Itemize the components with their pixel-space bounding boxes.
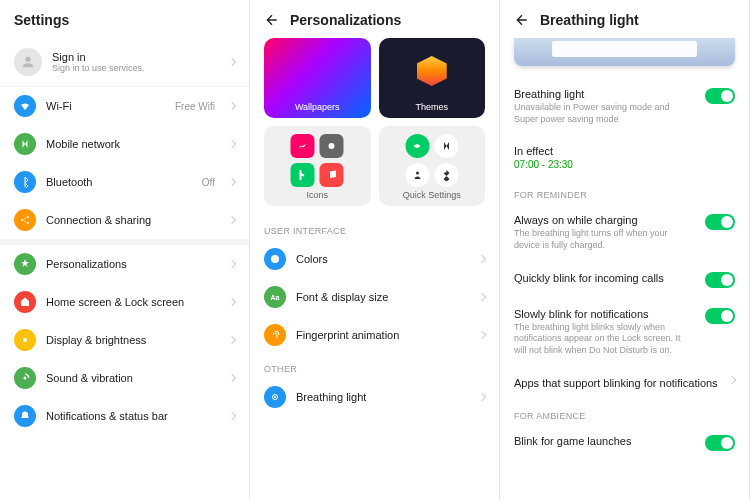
row-sound-vibration[interactable]: Sound & vibration: [0, 359, 249, 397]
font-icon: Aa: [264, 286, 286, 308]
settings-panel: Settings Sign in Sign in to use services…: [0, 0, 250, 500]
chevron-right-icon: [228, 374, 236, 382]
chevron-right-icon: [478, 331, 486, 339]
wallpapers-tile[interactable]: Wallpapers: [264, 38, 371, 118]
mobile-icon: [14, 133, 36, 155]
chevron-right-icon: [228, 140, 236, 148]
row-label: Mobile network: [46, 138, 219, 150]
icons-tile[interactable]: Icons: [264, 126, 371, 206]
breathe-icon: [264, 386, 286, 408]
sound-icon: [14, 367, 36, 389]
row-personalizations[interactable]: Personalizations: [0, 245, 249, 283]
svg-point-1: [21, 219, 23, 221]
personalizations-title: Personalizations: [290, 12, 401, 28]
signin-row[interactable]: Sign in Sign in to use services.: [0, 38, 249, 87]
row-label: Wi-Fi: [46, 100, 165, 112]
row-bluetooth[interactable]: Bluetooth Off: [0, 163, 249, 201]
notif-icon: [14, 405, 36, 427]
row-quickly-blink-for-incoming-calls[interactable]: Quickly blink for incoming calls: [500, 262, 749, 298]
svg-point-4: [23, 338, 27, 342]
chevron-right-icon: [478, 293, 486, 301]
user-interface-section: USER INTERFACE: [250, 216, 499, 240]
toggle-switch[interactable]: [705, 308, 735, 324]
row-connection-sharing[interactable]: Connection & sharing: [0, 201, 249, 239]
row-label: Bluetooth: [46, 176, 192, 188]
breathing-light-toggle-row[interactable]: Breathing light Unavailable in Power sav…: [500, 78, 749, 135]
row-label: Notifications & status bar: [46, 410, 219, 422]
bluetooth-icon: [14, 171, 36, 193]
row-slowly-blink-for-notifications[interactable]: Slowly blink for notifications The breat…: [500, 298, 749, 367]
svg-point-7: [416, 172, 419, 175]
row-label: Personalizations: [46, 258, 219, 270]
row-label: Connection & sharing: [46, 214, 219, 226]
chevron-right-icon: [228, 58, 236, 66]
row-label: Home screen & Lock screen: [46, 296, 219, 308]
row-mobile-network[interactable]: Mobile network: [0, 125, 249, 163]
themes-tile[interactable]: Themes: [379, 38, 486, 118]
breathing-title: Breathing light: [540, 12, 639, 28]
chevron-right-icon: [228, 102, 236, 110]
colors-icon: [264, 248, 286, 270]
toggle-switch[interactable]: [705, 435, 735, 451]
row-home-screen-lock-screen[interactable]: Home screen & Lock screen: [0, 283, 249, 321]
breathing-light-panel: Breathing light Breathing light Unavaila…: [500, 0, 750, 500]
row-label: Sound & vibration: [46, 372, 219, 384]
personalizations-panel: Personalizations Wallpapers Themes Icons…: [250, 0, 500, 500]
row-label: Display & brightness: [46, 334, 219, 346]
chevron-right-icon: [228, 336, 236, 344]
svg-point-2: [27, 216, 29, 218]
toggle-switch[interactable]: [705, 214, 735, 230]
row-fingerprint-animation[interactable]: Fingerprint animation: [250, 316, 499, 354]
quick-settings-tile[interactable]: Quick Settings: [379, 126, 486, 206]
row-notifications-status-bar[interactable]: Notifications & status bar: [0, 397, 249, 435]
wifi-icon: [14, 95, 36, 117]
row-label: Fingerprint animation: [296, 329, 469, 341]
personalize-icon: [14, 253, 36, 275]
for-reminder-section: FOR REMINDER: [500, 180, 749, 204]
svg-point-0: [25, 57, 30, 62]
effect-time: 07:00 - 23:30: [514, 159, 735, 170]
row-display-brightness[interactable]: Display & brightness: [0, 321, 249, 359]
share-icon: [14, 209, 36, 231]
settings-title: Settings: [0, 0, 249, 38]
row-font-display-size[interactable]: Aa Font & display size: [250, 278, 499, 316]
svg-text:Aa: Aa: [271, 294, 280, 301]
row-value: Free Wifi: [175, 101, 215, 112]
display-icon: [14, 329, 36, 351]
row-breathing-light[interactable]: Breathing light: [250, 378, 499, 416]
back-button[interactable]: [514, 12, 530, 28]
svg-point-3: [27, 222, 29, 224]
chevron-right-icon: [228, 412, 236, 420]
row-label: Font & display size: [296, 291, 469, 303]
chevron-right-icon: [228, 216, 236, 224]
svg-point-8: [271, 255, 279, 263]
in-effect-row[interactable]: In effect 07:00 - 23:30: [500, 135, 749, 180]
row-label: Colors: [296, 253, 469, 265]
home-icon: [14, 291, 36, 313]
svg-point-11: [274, 396, 276, 398]
chevron-right-icon: [228, 298, 236, 306]
row-colors[interactable]: Colors: [250, 240, 499, 278]
signin-sub: Sign in to use services.: [52, 63, 219, 73]
row-always-on-while-charging[interactable]: Always on while charging The breathing l…: [500, 204, 749, 261]
svg-point-5: [24, 377, 27, 380]
row-apps-that-support-blinking-for-notifications[interactable]: Apps that support blinking for notificat…: [500, 367, 749, 401]
chevron-right-icon: [728, 376, 736, 384]
breathing-preview-image: [514, 38, 735, 66]
finger-icon: [264, 324, 286, 346]
toggle-switch[interactable]: [705, 88, 735, 104]
chevron-right-icon: [478, 255, 486, 263]
row-value: Off: [202, 177, 215, 188]
chevron-right-icon: [478, 393, 486, 401]
other-section: OTHER: [250, 354, 499, 378]
svg-point-6: [329, 143, 335, 149]
chevron-right-icon: [228, 178, 236, 186]
avatar-icon: [14, 48, 42, 76]
chevron-right-icon: [228, 260, 236, 268]
row-blink-for-game-launches[interactable]: Blink for game launches: [500, 425, 749, 461]
toggle-switch[interactable]: [705, 272, 735, 288]
for-ambience-section: FOR AMBIENCE: [500, 401, 749, 425]
back-button[interactable]: [264, 12, 280, 28]
row-wi-fi[interactable]: Wi-Fi Free Wifi: [0, 87, 249, 125]
signin-title: Sign in: [52, 51, 219, 63]
